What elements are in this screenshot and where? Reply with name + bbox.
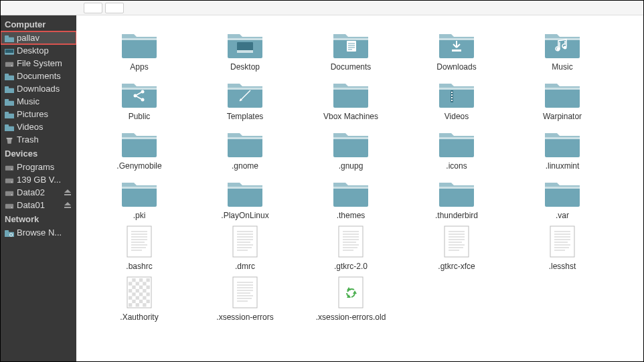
sidebar-item-139gb[interactable]: 139 GB V... [1, 173, 76, 186]
grid-item-music[interactable]: Music [515, 29, 609, 72]
grid-item-label: .pki [96, 211, 182, 220]
sidebar-item-home-pallav[interactable]: pallav [1, 31, 76, 44]
sidebar-section-header: Network [1, 211, 76, 226]
svg-rect-0 [5, 37, 14, 42]
grid-item-apps[interactable]: Apps [92, 29, 186, 72]
svg-rect-182 [339, 277, 363, 308]
svg-rect-1 [5, 35, 9, 38]
svg-point-53 [141, 90, 145, 94]
svg-point-18 [11, 169, 13, 170]
grid-item-xsession-errors[interactable]: .xsession-errors [198, 278, 292, 322]
svg-rect-83 [122, 187, 157, 189]
grid-item-linuxmint[interactable]: .linuxmint [515, 128, 609, 171]
grid-item-documents[interactable]: Documents [304, 29, 398, 72]
toolbar-button[interactable] [105, 3, 124, 13]
sidebar-item-browse-network[interactable]: Browse N... [1, 226, 76, 239]
grid-item-public[interactable]: Public [92, 78, 186, 121]
grid-item-dot-w[interactable]: .w [621, 177, 643, 220]
svg-rect-112 [339, 226, 363, 257]
grid-item-warpinator[interactable]: Warpinator [515, 78, 609, 121]
grid-item-xsession-errors-old[interactable]: .xsession-errors.old [304, 278, 398, 322]
sidebar-item-data02[interactable]: Data02 [1, 186, 76, 199]
svg-rect-157 [147, 286, 150, 289]
grid-item-label: .bashrc [96, 262, 182, 271]
svg-point-44 [557, 48, 560, 51]
text-file-icon [125, 224, 154, 259]
grid-item-bashrc[interactable]: .bashrc [92, 227, 186, 271]
grid-item-themes[interactable]: .themes [304, 177, 398, 220]
sidebar-item-videos[interactable]: Videos [1, 120, 76, 133]
grid-item-gtkrc20[interactable]: .gtkrc-2.0 [304, 227, 398, 271]
svg-rect-163 [147, 292, 150, 296]
downloads-icon [5, 85, 14, 92]
grid-item-desktop[interactable]: Desktop [198, 29, 292, 72]
folder-icon [120, 128, 158, 159]
sidebar-item-label: Downloads [17, 84, 60, 94]
grid-item-playonlinux[interactable]: .PlayOnLinux [198, 177, 292, 220]
svg-rect-59 [439, 88, 474, 108]
grid-item-dot-le[interactable]: .l [621, 128, 643, 171]
svg-rect-7 [5, 74, 9, 76]
network-icon [5, 229, 14, 236]
grid-item-vbox[interactable]: Vbox Machines [304, 78, 398, 121]
grid-item-label: Vbox Machines [308, 112, 394, 121]
grid-item-gtkrc-xfce[interactable]: .gtkrc-xfce [410, 227, 503, 271]
grid-item-gnome[interactable]: .gnome [198, 128, 292, 171]
sidebar-item-downloads[interactable]: Downloads [1, 82, 76, 95]
svg-rect-12 [5, 113, 14, 118]
eject-icon[interactable] [63, 188, 72, 197]
sidebar-item-label: Pictures [17, 109, 48, 119]
sidebar-item-filesystem[interactable]: File System [1, 57, 76, 70]
toolbar-button[interactable] [84, 3, 102, 13]
sidebar-item-documents[interactable]: Documents [1, 70, 76, 82]
sidebar-item-music[interactable]: Music [1, 95, 76, 108]
sidebar-item-trash[interactable]: Trash [1, 133, 76, 146]
binary-file-icon [125, 275, 154, 310]
grid-item-icons[interactable]: .icons [410, 128, 503, 171]
sidebar-item-data01[interactable]: Data01 [1, 199, 76, 211]
grid-item-label: .themes [308, 211, 394, 220]
grid-item-linss[interactable]: .linss [621, 227, 643, 271]
pictures-icon [5, 110, 14, 118]
svg-rect-8 [5, 88, 14, 93]
svg-rect-159 [136, 289, 139, 292]
grid-item-label: .thunderbird [414, 211, 499, 220]
svg-rect-28 [5, 230, 9, 233]
sidebar-item-programs[interactable]: Programs [1, 161, 76, 173]
sidebar-item-label: pallav [17, 33, 39, 43]
folder-icon [332, 29, 370, 60]
svg-rect-17 [5, 165, 13, 170]
grid-item-genymobile[interactable]: .Genymobile [92, 128, 186, 171]
grid-item-downloads[interactable]: Downloads [410, 29, 503, 72]
grid-item-templates[interactable]: Templates [198, 78, 292, 121]
svg-rect-166 [143, 296, 146, 300]
folder-icon [438, 78, 475, 109]
sidebar-item-label: Music [17, 96, 39, 106]
svg-rect-66 [545, 88, 580, 108]
grid-item-pki[interactable]: .pki [92, 177, 186, 220]
sidebar-item-pictures[interactable]: Pictures [1, 108, 76, 120]
grid-item-label: .xsession-errors [202, 312, 288, 322]
svg-rect-170 [129, 303, 132, 306]
sidebar-item-desktop[interactable]: Desktop [1, 44, 76, 57]
grid-item-thunderbird[interactable]: .thunderbird [410, 177, 503, 220]
eject-icon[interactable] [63, 201, 72, 210]
sidebar-section-header: Computer [1, 17, 76, 31]
grid-item-xauthority[interactable]: .Xauthority [92, 278, 186, 322]
grid-item-lesshst[interactable]: .lesshst [515, 227, 609, 271]
svg-rect-88 [439, 187, 474, 207]
grid-item-photos[interactable]: Phot [621, 29, 643, 72]
grid-item-label: .gtkrc-xfce [414, 262, 499, 271]
svg-rect-31 [122, 38, 157, 40]
grid-item-var[interactable]: .var [515, 177, 609, 220]
svg-rect-151 [147, 278, 150, 282]
text-file-icon [336, 224, 366, 259]
svg-rect-38 [347, 41, 356, 52]
grid-item-videos[interactable]: Videos [410, 78, 503, 121]
grid-item-dot-an[interactable]: .an [621, 78, 643, 121]
grid-item-dmrc[interactable]: .dmrc [198, 227, 292, 271]
grid-item-gnupg[interactable]: .gnupg [304, 128, 398, 171]
grid-item-label: .linss [625, 262, 643, 271]
svg-rect-4 [5, 62, 13, 66]
svg-rect-15 [5, 124, 9, 127]
